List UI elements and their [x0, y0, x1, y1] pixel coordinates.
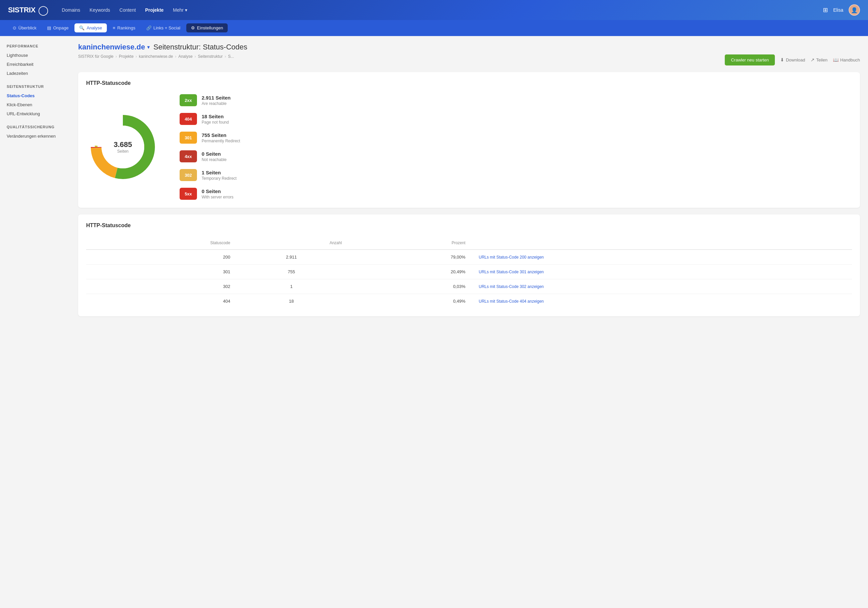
- sidebar-item-ladezeiten[interactable]: Ladezeiten: [0, 69, 70, 78]
- domain-title[interactable]: kaninchenwiese.de ▾: [78, 43, 150, 51]
- legend-301[interactable]: 301 755 Seiten Permanently Redirect: [180, 132, 240, 144]
- links-icon: 🔗: [146, 25, 152, 30]
- uberblick-icon: ⊙: [13, 25, 16, 30]
- nav-content[interactable]: Content: [119, 7, 136, 13]
- cell-code-2: 302: [86, 279, 236, 294]
- donut-center: 3.685 Seiten: [113, 140, 132, 154]
- chart-legend: 2xx 2.911 Seiten Are reachable 404 18 Se…: [180, 94, 240, 200]
- legend-4xx-text: 0 Seiten Not reachable: [202, 151, 227, 162]
- donut-chart: 3.685 Seiten: [86, 110, 160, 184]
- sidebar-item-klick-ebenen[interactable]: Klick-Ebenen: [0, 100, 70, 109]
- sidebar: PERFORMANCE Lighthouse Erreichbarkeit La…: [0, 36, 70, 608]
- subnav-einstellungen[interactable]: ⚙ Einstellungen: [186, 23, 228, 33]
- table-row: 200 2.911 79,00% URLs mit Status-Code 20…: [86, 250, 852, 264]
- action-buttons: Crawler neu starten ⬇ Download ↗ Teilen …: [725, 54, 860, 65]
- crawler-restart-button[interactable]: Crawler neu starten: [725, 54, 775, 65]
- donut-total-label: Seiten: [113, 149, 132, 154]
- grid-icon[interactable]: ⊞: [823, 6, 828, 14]
- sidebar-item-veranderungen[interactable]: Veränderungen erkennen: [0, 132, 70, 141]
- subnav-links-social[interactable]: 🔗 Links + Social: [141, 23, 185, 33]
- legend-2xx-text: 2.911 Seiten Are reachable: [202, 95, 231, 106]
- avatar[interactable]: 👤: [849, 4, 860, 16]
- sidebar-title-performance: PERFORMANCE: [0, 44, 70, 51]
- legend-404[interactable]: 404 18 Seiten Page not found: [180, 113, 240, 125]
- subnav-onpage[interactable]: ▤ Onpage: [42, 23, 73, 33]
- nav-domains[interactable]: Domains: [62, 7, 80, 13]
- manual-button[interactable]: 📖 Handbuch: [833, 57, 860, 62]
- breadcrumb-sep-2: ›: [136, 54, 137, 59]
- col-statuscode: Statuscode: [86, 236, 236, 250]
- nav-keywords[interactable]: Keywords: [90, 7, 110, 13]
- legend-5xx-desc: With server errors: [202, 195, 233, 199]
- table-link-0[interactable]: URLs mit Status-Code 200 anzeigen: [479, 255, 544, 260]
- top-header: SISTRIX ◯ Domains Keywords Content Proje…: [0, 0, 868, 20]
- legend-4xx-count: 0 Seiten: [202, 151, 227, 157]
- table-card-title: HTTP-Statuscode: [86, 222, 852, 229]
- nav-mehr[interactable]: Mehr ▾: [173, 7, 187, 13]
- sidebar-item-lighthouse[interactable]: Lighthouse: [0, 51, 70, 60]
- logo-area: SISTRIX ◯ Domains Keywords Content Proje…: [8, 5, 187, 16]
- legend-301-text: 755 Seiten Permanently Redirect: [202, 132, 240, 143]
- onpage-icon: ▤: [47, 25, 51, 30]
- status-table: Statuscode Anzahl Prozent 200 2.911 79,0…: [86, 236, 852, 308]
- table-link-2[interactable]: URLs mit Status-Code 302 anzeigen: [479, 284, 544, 289]
- rankings-icon: ≡: [113, 25, 116, 30]
- nav-projekte[interactable]: Projekte: [145, 7, 164, 13]
- subnav-analyse[interactable]: 🔍 Analyse: [74, 23, 107, 33]
- legend-4xx[interactable]: 4xx 0 Seiten Not reachable: [180, 150, 240, 162]
- cell-count-3: 18: [236, 294, 347, 309]
- share-button[interactable]: ↗ Teilen: [811, 57, 828, 62]
- share-icon: ↗: [811, 57, 815, 62]
- breadcrumb-s: S...: [228, 54, 234, 59]
- cell-link-2: URLs mit Status-Code 302 anzeigen: [471, 279, 852, 294]
- subnav-uberblick[interactable]: ⊙ Überblick: [8, 23, 41, 33]
- sidebar-item-erreichbarkeit[interactable]: Erreichbarkeit: [0, 60, 70, 69]
- table-row: 302 1 0,03% URLs mit Status-Code 302 anz…: [86, 279, 852, 294]
- book-icon: 📖: [833, 57, 839, 62]
- header-right: ⊞ Elisa 👤: [823, 4, 860, 16]
- legend-2xx-desc: Are reachable: [202, 101, 231, 106]
- sub-nav: ⊙ Überblick ▤ Onpage 🔍 Analyse ≡ Ranking…: [0, 20, 868, 36]
- cell-percent-0: 79,00%: [347, 250, 471, 264]
- badge-301: 301: [180, 132, 197, 144]
- page-header: kaninchenwiese.de ▾ Seitenstruktur: Stat…: [78, 43, 860, 51]
- table-row: 404 18 0,49% URLs mit Status-Code 404 an…: [86, 294, 852, 309]
- badge-5xx: 5xx: [180, 188, 197, 200]
- sidebar-title-qualitaet: QUALITÄTSSICHERUNG: [0, 125, 70, 132]
- legend-404-count: 18 Seiten: [202, 114, 229, 119]
- legend-404-text: 18 Seiten Page not found: [202, 114, 229, 124]
- legend-5xx[interactable]: 5xx 0 Seiten With server errors: [180, 188, 240, 200]
- top-row: SISTRIX für Google › Projekte › kaninche…: [78, 54, 860, 65]
- sidebar-item-status-codes[interactable]: Status-Codes: [0, 91, 70, 100]
- col-actions: [471, 236, 852, 250]
- cell-percent-3: 0,49%: [347, 294, 471, 309]
- table-link-1[interactable]: URLs mit Status-Code 301 anzeigen: [479, 270, 544, 274]
- badge-4xx: 4xx: [180, 150, 197, 162]
- logo-search-icon: ◯: [38, 5, 48, 16]
- logo-text: SISTRIX: [8, 6, 36, 14]
- breadcrumb-seitenstruktur[interactable]: Seitenstruktur: [198, 54, 223, 59]
- legend-2xx[interactable]: 2xx 2.911 Seiten Are reachable: [180, 94, 240, 106]
- table-header-row: Statuscode Anzahl Prozent: [86, 236, 852, 250]
- breadcrumb-domain[interactable]: kaninchenwiese.de: [139, 54, 173, 59]
- breadcrumb-projekte[interactable]: Projekte: [119, 54, 133, 59]
- breadcrumb-sep-5: ›: [225, 54, 226, 59]
- table-row: 301 755 20,49% URLs mit Status-Code 301 …: [86, 264, 852, 279]
- badge-2xx: 2xx: [180, 94, 197, 106]
- cell-code-1: 301: [86, 264, 236, 279]
- breadcrumb-sep-4: ›: [195, 54, 196, 59]
- subnav-rankings[interactable]: ≡ Rankings: [108, 23, 140, 33]
- cell-link-0: URLs mit Status-Code 200 anzeigen: [471, 250, 852, 264]
- breadcrumb-sep-3: ›: [175, 54, 176, 59]
- breadcrumb-analyse[interactable]: Analyse: [178, 54, 193, 59]
- download-button[interactable]: ⬇ Download: [780, 57, 805, 62]
- breadcrumb-sistrix[interactable]: SISTRIX für Google: [78, 54, 113, 59]
- legend-302[interactable]: 302 1 Seiten Temporary Redirect: [180, 169, 240, 181]
- table-link-3[interactable]: URLs mit Status-Code 404 anzeigen: [479, 299, 544, 304]
- einstellungen-icon: ⚙: [191, 25, 195, 30]
- legend-5xx-count: 0 Seiten: [202, 188, 233, 194]
- cell-count-0: 2.911: [236, 250, 347, 264]
- legend-302-count: 1 Seiten: [202, 170, 237, 176]
- sidebar-item-url-entwicklung[interactable]: URL-Entwicklung: [0, 109, 70, 118]
- legend-302-desc: Temporary Redirect: [202, 176, 237, 181]
